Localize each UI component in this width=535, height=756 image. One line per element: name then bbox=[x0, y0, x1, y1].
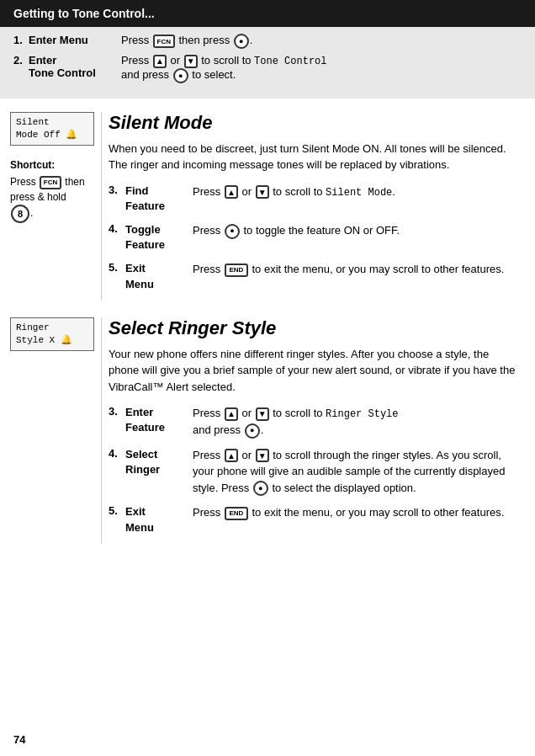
page: Getting to Tone Control... 1. Enter Menu… bbox=[0, 0, 535, 756]
bell-icon-ringer: 🔔 bbox=[61, 335, 72, 345]
btn-8-shortcut: 8 bbox=[11, 205, 29, 223]
ringer-step-4-num: 4. bbox=[109, 447, 125, 460]
tone-control-table: 1. Enter Menu Press FCN then press ●. 2.… bbox=[0, 27, 535, 98]
ringer-step-5-desc: Press END to exit the menu, or you may s… bbox=[193, 504, 522, 521]
ringer-style-screen: RingerStyle X 🔔 bbox=[10, 317, 94, 352]
up-button-1: ▲ bbox=[153, 55, 167, 68]
step-3-num: 3. bbox=[109, 184, 125, 196]
tone-row-1: 1. Enter Menu Press FCN then press ●. bbox=[13, 34, 522, 49]
bell-icon-silent: 🔔 bbox=[66, 130, 77, 140]
fcn-button-shortcut: FCN bbox=[40, 176, 61, 189]
page-number: 74 bbox=[13, 733, 25, 746]
tone-control-mono: Tone Control bbox=[254, 56, 326, 67]
shortcut-text: Press FCN then press & hold 8. bbox=[10, 174, 94, 223]
ringer-style-section: RingerStyle X 🔔 Select Ringer Style Your… bbox=[0, 317, 535, 544]
silent-mode-title: Silent Mode bbox=[109, 112, 522, 134]
fcn-button-1: FCN bbox=[153, 35, 175, 48]
step-3-desc: Press ▲ or ▼ to scroll to Silent Mode. bbox=[193, 184, 522, 200]
select-button-2: ● bbox=[173, 68, 188, 83]
tone-row-2: 2. EnterTone Control Press ▲ or ▼ to scr… bbox=[13, 54, 522, 83]
ringer-step-3: 3. EnterFeature Press ▲ or ▼ to scroll t… bbox=[109, 405, 522, 439]
tone-row-1-desc: Press FCN then press ●. bbox=[121, 34, 522, 49]
ringer-step-5: 5. ExitMenu Press END to exit the menu, … bbox=[109, 504, 522, 535]
step-5-desc: Press END to exit the menu, or you may s… bbox=[193, 261, 522, 278]
silent-mode-mono: Silent Mode bbox=[326, 187, 392, 199]
ringer-step-4-desc: Press ▲ or ▼ to scroll through the ringe… bbox=[193, 447, 522, 497]
tone-row-1-label: Enter Menu bbox=[29, 34, 121, 46]
silent-mode-sidebar: SilentMode Off 🔔 Shortcut: Press FCN the… bbox=[0, 112, 101, 301]
step-5-num: 5. bbox=[109, 261, 125, 274]
tone-row-2-num: 2. bbox=[13, 54, 29, 67]
ringer-step-3-desc: Press ▲ or ▼ to scroll to Ringer Style a… bbox=[193, 405, 522, 439]
silent-step-4: 4. ToggleFeature Press ● to toggle the f… bbox=[109, 222, 522, 253]
silent-mode-screen: SilentMode Off 🔔 bbox=[10, 112, 94, 146]
down-btn-s3: ▼ bbox=[256, 185, 269, 199]
select-btn-r4: ● bbox=[253, 481, 268, 496]
silent-step-3: 3. FindFeature Press ▲ or ▼ to scroll to… bbox=[109, 184, 522, 214]
ringer-step-3-num: 3. bbox=[109, 405, 125, 418]
silent-step-5: 5. ExitMenu Press END to exit the menu, … bbox=[109, 261, 522, 291]
silent-mode-section: SilentMode Off 🔔 Shortcut: Press FCN the… bbox=[0, 112, 535, 301]
step-3-label: FindFeature bbox=[125, 184, 193, 214]
ringer-step-3-label: EnterFeature bbox=[125, 405, 193, 435]
header-title: Getting to Tone Control... bbox=[13, 7, 155, 20]
ringer-style-desc: Your new phone offers nine different rin… bbox=[109, 346, 522, 396]
select-btn-r3: ● bbox=[245, 423, 260, 439]
down-button-1: ▼ bbox=[184, 55, 198, 68]
silent-mode-content: Silent Mode When you need to be discreet… bbox=[101, 112, 535, 301]
tone-row-1-num: 1. bbox=[13, 34, 29, 46]
ringer-style-mono: Ringer Style bbox=[326, 408, 398, 420]
ringer-step-4-label: SelectRinger bbox=[125, 447, 193, 477]
ringer-style-sidebar: RingerStyle X 🔔 bbox=[0, 317, 101, 544]
end-btn-s5: END bbox=[225, 264, 248, 277]
page-header: Getting to Tone Control... bbox=[0, 0, 535, 27]
select-button-1: ● bbox=[234, 34, 249, 49]
end-btn-r5: END bbox=[225, 507, 248, 520]
step-4-num: 4. bbox=[109, 222, 125, 235]
shortcut-label: Shortcut: bbox=[10, 159, 94, 171]
tone-row-2-label: EnterTone Control bbox=[29, 54, 121, 79]
up-btn-r4: ▲ bbox=[225, 449, 238, 462]
silent-mode-desc: When you need to be discreet, just turn … bbox=[109, 141, 522, 173]
select-btn-s4: ● bbox=[225, 224, 240, 239]
down-btn-r3: ▼ bbox=[256, 407, 269, 421]
ringer-step-5-label: ExitMenu bbox=[125, 504, 193, 535]
up-btn-s3: ▲ bbox=[225, 185, 238, 199]
step-5-label: ExitMenu bbox=[125, 261, 193, 291]
tone-row-2-desc: Press ▲ or ▼ to scroll to Tone Control a… bbox=[121, 54, 522, 83]
down-btn-r4: ▼ bbox=[256, 449, 269, 462]
step-4-label: ToggleFeature bbox=[125, 222, 193, 253]
ringer-style-content: Select Ringer Style Your new phone offer… bbox=[101, 317, 535, 544]
ringer-step-4: 4. SelectRinger Press ▲ or ▼ to scroll t… bbox=[109, 447, 522, 497]
up-btn-r3: ▲ bbox=[225, 407, 238, 421]
ringer-step-5-num: 5. bbox=[109, 504, 125, 517]
step-4-desc: Press ● to toggle the feature ON or OFF. bbox=[193, 222, 522, 239]
ringer-style-title: Select Ringer Style bbox=[109, 317, 522, 339]
